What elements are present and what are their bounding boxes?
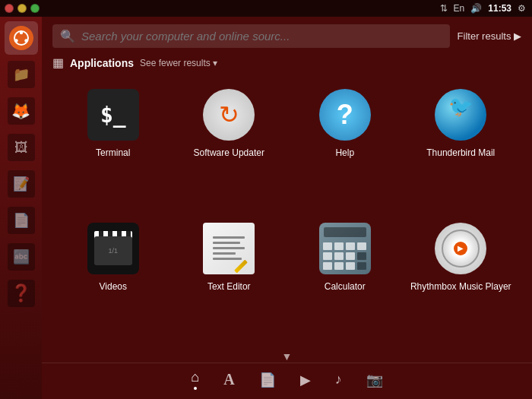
software-updater-icon-wrap: ↻ [202, 88, 255, 141]
network-icon: ⇅ [440, 3, 448, 14]
rhythmbox-icon-wrap: ▶ [434, 222, 487, 275]
svg-point-1 [19, 31, 22, 34]
terminal-icon: $_ [87, 89, 139, 141]
sidebar-item-software[interactable]: 🔤 [5, 240, 38, 274]
app-grid: $_ Terminal ↻ Software Updater ? Help [42, 76, 532, 347]
music-nav-icon: ♪ [335, 372, 342, 388]
search-icon: 🔍 [60, 29, 75, 43]
bottom-nav: ⌂ A 📄 ▶ ♪ 📷 [42, 363, 532, 399]
main-content: 🔍 Filter results ▶ ▦ Applications See fe… [42, 17, 532, 399]
texteditor-lines [213, 236, 245, 260]
videos-label: Videos [100, 281, 127, 293]
close-button[interactable] [5, 4, 14, 13]
settings-icon[interactable]: ⚙ [518, 3, 526, 14]
text-icon: 📄 [8, 207, 35, 234]
terminal-label: Terminal [96, 147, 130, 160]
active-dot [194, 387, 197, 390]
applications-icon: ▦ [52, 55, 64, 70]
help-sidebar-icon: ❓ [8, 280, 35, 307]
thunderbird-bird-icon: 🐦 [448, 95, 473, 119]
rhythmbox-disc: ▶ [442, 230, 480, 268]
camera-nav-icon: 📷 [366, 372, 383, 388]
sidebar-item-office[interactable]: 📝 [5, 167, 38, 201]
sidebar: 📁 🦊 🖼 📝 📄 🔤 ❓ [0, 17, 42, 399]
text-editor-icon-wrap [202, 222, 255, 275]
text-editor-icon [203, 223, 255, 274]
photos-icon: 🖼 [8, 134, 35, 161]
search-input-wrap[interactable]: 🔍 [52, 24, 450, 48]
svg-point-3 [24, 39, 27, 42]
filter-results-button[interactable]: Filter results ▶ [458, 30, 521, 42]
help-icon-wrap: ? [318, 88, 372, 141]
rhythmbox-icon: ▶ [435, 223, 486, 274]
rhythmbox-center: ▶ [454, 242, 467, 255]
sidebar-item-photos[interactable]: 🖼 [5, 131, 38, 164]
calculator-icon-wrap [318, 222, 372, 275]
videos-icon: 1/1 [87, 223, 139, 274]
scroll-arrow: ▼ [42, 347, 532, 363]
thunderbird-icon-wrap: 🐦 [434, 88, 487, 141]
app-item-text-editor[interactable]: Text Editor [173, 216, 286, 342]
window-controls [5, 4, 40, 13]
clock: 11:53 [488, 3, 511, 14]
sidebar-item-help[interactable]: ❓ [5, 277, 38, 310]
sidebar-item-browser[interactable]: 🦊 [5, 94, 38, 128]
scroll-down-icon: ▼ [282, 350, 293, 363]
sidebar-item-text[interactable]: 📄 [5, 204, 38, 237]
browser-icon: 🦊 [8, 97, 35, 125]
bottom-nav-camera[interactable]: 📷 [366, 372, 383, 388]
thunderbird-icon: 🐦 [435, 89, 486, 141]
maximize-button[interactable] [30, 4, 40, 13]
top-bar: ⇅ En 🔊 11:53 ⚙ [0, 0, 532, 17]
clapboard-icon: 1/1 [94, 231, 132, 265]
app-item-help[interactable]: ? Help [289, 82, 401, 208]
terminal-icon-wrap: $_ [87, 88, 140, 141]
bottom-nav-fonts[interactable]: A [223, 371, 234, 388]
files-nav-icon: 📄 [259, 372, 276, 388]
bottom-nav-files[interactable]: 📄 [259, 372, 276, 388]
calculator-icon [319, 223, 371, 274]
text-editor-label: Text Editor [207, 281, 251, 293]
app-item-videos[interactable]: 1/1 Videos [57, 216, 169, 342]
svg-point-2 [14, 39, 17, 42]
bottom-nav-video[interactable]: ▶ [300, 372, 311, 388]
app-item-software-updater[interactable]: ↻ Software Updater [173, 82, 286, 208]
calculator-label: Calculator [325, 281, 366, 293]
search-input[interactable] [81, 30, 442, 43]
fonts-icon: A [223, 371, 234, 388]
updater-arrow-icon: ↻ [219, 100, 239, 129]
search-bar-row: 🔍 Filter results ▶ [42, 17, 532, 52]
keyboard-layout[interactable]: En [454, 3, 465, 14]
app-item-calculator[interactable]: Calculator [289, 216, 401, 342]
app-item-terminal[interactable]: $_ Terminal [57, 82, 169, 208]
home-icon: ⌂ [191, 369, 199, 385]
app-item-rhythmbox[interactable]: ▶ Rhythmbox Music Player [405, 216, 518, 342]
ubuntu-logo-button[interactable] [5, 21, 38, 55]
office-icon: 📝 [8, 170, 35, 198]
help-label: Help [335, 147, 354, 160]
clap-text: 1/1 [108, 247, 118, 255]
software-updater-icon: ↻ [203, 89, 255, 141]
section-title: Applications [70, 57, 134, 69]
ubuntu-circle [9, 26, 33, 50]
app-item-thunderbird[interactable]: 🐦 Thunderbird Mail [405, 82, 518, 208]
bottom-nav-home[interactable]: ⌂ [191, 369, 199, 390]
volume-icon[interactable]: 🔊 [470, 3, 482, 14]
software-updater-label: Software Updater [194, 147, 264, 160]
sidebar-item-files[interactable]: 📁 [5, 58, 38, 91]
video-nav-icon: ▶ [300, 372, 311, 388]
videos-icon-wrap: 1/1 [87, 222, 140, 275]
thunderbird-label: Thunderbird Mail [426, 147, 495, 160]
clap-body: 1/1 [94, 236, 132, 265]
rhythmbox-label: Rhythmbox Music Player [410, 281, 511, 293]
bottom-nav-music[interactable]: ♪ [335, 372, 342, 388]
section-header: ▦ Applications See fewer results ▾ [42, 52, 532, 76]
minimize-button[interactable] [17, 4, 27, 13]
help-icon: ? [319, 89, 371, 141]
pencil-icon [234, 259, 248, 273]
see-fewer-button[interactable]: See fewer results ▾ [140, 58, 217, 68]
files-icon: 📁 [8, 61, 35, 88]
software-icon: 🔤 [8, 243, 35, 271]
